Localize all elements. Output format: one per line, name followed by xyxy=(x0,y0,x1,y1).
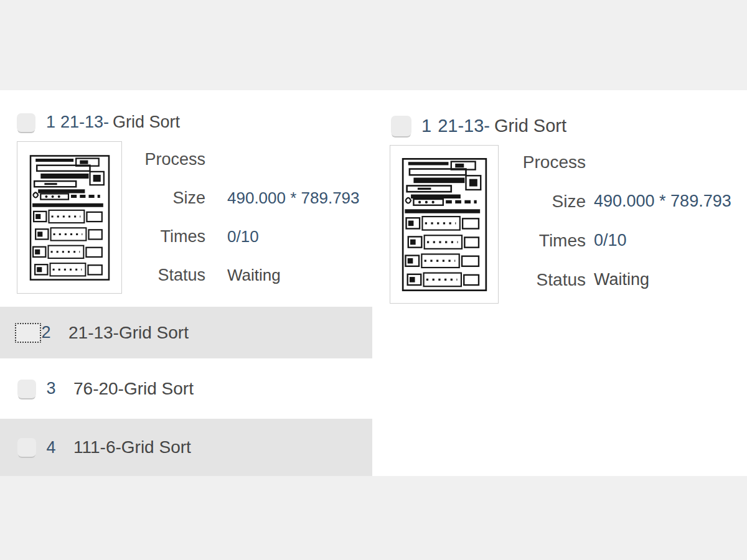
job-detail-fields: Process Size 490.000 * 789.793 Times 0/1… xyxy=(0,140,376,294)
job-name: 76-20-Grid Sort xyxy=(73,379,194,399)
field-process: Process xyxy=(0,140,376,179)
job-1-checkbox[interactable] xyxy=(17,113,35,132)
field-label: Status xyxy=(0,266,205,285)
job-code: 21-13- xyxy=(438,116,490,136)
field-size: Size 490.000 * 789.793 xyxy=(0,179,376,217)
job-index: 3 xyxy=(44,379,59,398)
field-status: Status Waiting xyxy=(376,260,747,299)
job-index: 1 xyxy=(46,113,55,132)
field-value: 490.000 * 789.793 xyxy=(227,189,360,208)
field-label: Size xyxy=(376,192,586,212)
field-value: 0/10 xyxy=(227,227,259,246)
job-detail-fields: Process Size 490.000 * 789.793 Times 0/1… xyxy=(376,142,747,299)
field-size: Size 490.000 * 789.793 xyxy=(376,182,747,221)
field-label: Process xyxy=(376,152,586,172)
field-times: Times 0/10 xyxy=(376,221,747,260)
job-index: 1 xyxy=(421,116,431,136)
field-label: Size xyxy=(0,189,205,208)
job-row-3[interactable]: 3 76-20-Grid Sort xyxy=(0,358,372,419)
job-item-1-header[interactable]: 1 21-13- Grid Sort xyxy=(17,113,180,132)
job-row-2[interactable]: 2 21-13-Grid Sort xyxy=(0,307,372,358)
field-value: Waiting xyxy=(227,266,281,285)
field-process: Process xyxy=(376,142,747,182)
field-label: Process xyxy=(0,150,205,169)
field-status: Status Waiting xyxy=(0,256,376,294)
job-detail-panel-zoomed: 1 21-13- Grid Sort Process Size 490.000 … xyxy=(376,90,747,476)
job-name: Grid Sort xyxy=(494,116,566,136)
job-4-checkbox[interactable] xyxy=(17,438,36,457)
job-index: 2 xyxy=(39,323,54,342)
field-label: Times xyxy=(0,227,205,246)
job-name: Grid Sort xyxy=(113,113,180,132)
field-label: Times xyxy=(376,231,586,251)
field-value: 490.000 * 789.793 xyxy=(594,192,731,211)
job-item-1-header[interactable]: 1 21-13- Grid Sort xyxy=(391,116,566,136)
job-2-checkbox-focused[interactable] xyxy=(15,323,41,343)
job-3-checkbox[interactable] xyxy=(17,380,36,398)
field-value: 0/10 xyxy=(594,231,627,250)
field-value: Waiting xyxy=(594,270,649,289)
job-name: 111-6-Grid Sort xyxy=(73,437,191,457)
field-label: Status xyxy=(376,270,586,290)
job-list-panel: 1 21-13- Grid Sort Process Size 490.000 … xyxy=(0,90,376,476)
job-code: 21-13- xyxy=(60,113,109,132)
job-index: 4 xyxy=(44,438,59,457)
field-times: Times 0/10 xyxy=(0,217,376,256)
job-name: 21-13-Grid Sort xyxy=(68,323,189,343)
job-row-4[interactable]: 4 111-6-Grid Sort xyxy=(0,419,372,476)
job-1-checkbox[interactable] xyxy=(391,116,411,136)
